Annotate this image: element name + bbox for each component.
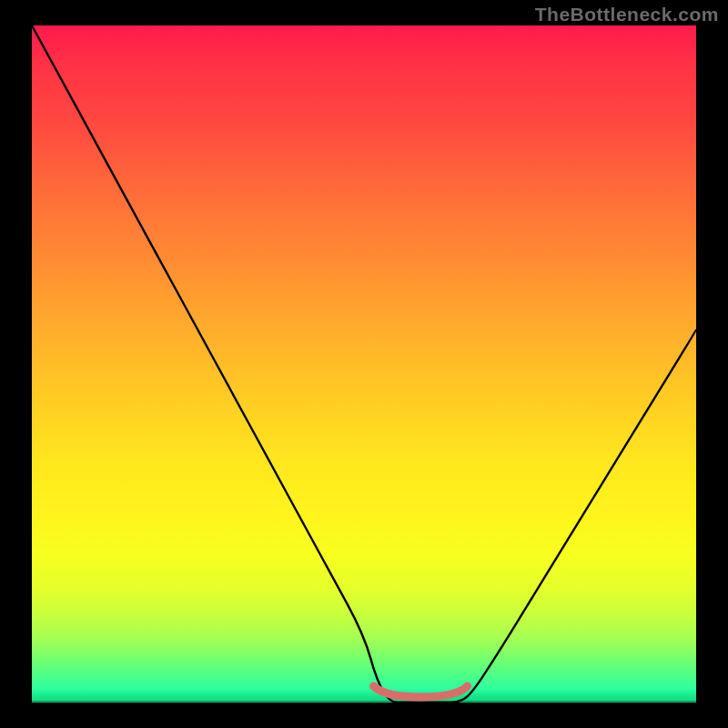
optimal-range-marker — [374, 686, 468, 697]
chart-frame: TheBottleneck.com — [0, 0, 728, 728]
curve-layer — [32, 25, 696, 703]
bottleneck-curve — [32, 25, 696, 703]
plot-area — [32, 25, 696, 703]
watermark-text: TheBottleneck.com — [535, 4, 719, 25]
